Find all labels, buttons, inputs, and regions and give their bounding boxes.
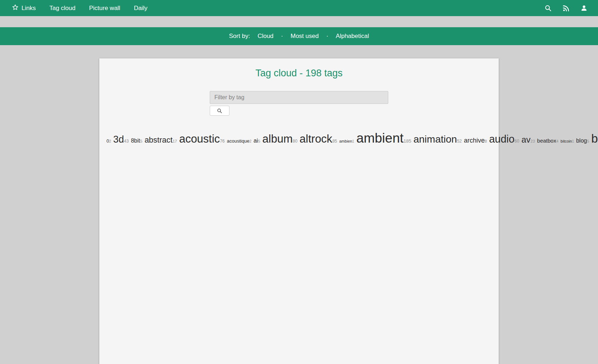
nav-item-picture-wall[interactable]: Picture wall	[82, 0, 127, 16]
tag-label: blues	[591, 132, 598, 145]
tag-label: beatbox	[537, 138, 556, 144]
tag-cloud-item[interactable]: acoustique2	[227, 138, 251, 144]
tag-cloud-item[interactable]: 8bit5	[131, 138, 142, 144]
sort-option-cloud[interactable]: Cloud	[257, 33, 273, 40]
tag-cloud-item[interactable]: ai5	[253, 138, 260, 144]
tag-label: altrock	[300, 133, 332, 145]
tag-count: 1	[572, 139, 574, 143]
nav-item-daily[interactable]: Daily	[127, 0, 154, 16]
tag-count: 185	[404, 138, 412, 144]
tag-label: bitcoin	[561, 139, 572, 143]
tag-count: 8	[485, 139, 487, 143]
tag-cloud-item[interactable]: beatbox4	[537, 138, 559, 144]
tag-label: ambient	[356, 131, 404, 145]
tag-cloud-item[interactable]: 02	[106, 138, 111, 144]
tag-count: 2	[250, 139, 252, 143]
tag-cloud-item[interactable]: album80	[262, 133, 298, 145]
tag-label: acoustic	[179, 133, 220, 145]
user-icon[interactable]	[575, 0, 593, 16]
tag-count: 85	[332, 139, 337, 144]
nav-item-links[interactable]: Links	[5, 0, 43, 16]
sort-option-most-used[interactable]: Most used	[290, 33, 318, 40]
tag-label: ai	[253, 138, 258, 144]
tag-label: 3d	[113, 134, 124, 145]
tag-cloud-item[interactable]: blues102	[591, 132, 598, 145]
separator-dot: ·	[326, 33, 328, 40]
tag-cloud-item[interactable]: ambien1	[339, 139, 354, 143]
tag-count: 4	[556, 139, 558, 143]
tag-label: av	[521, 135, 530, 144]
sort-by-label: Sort by:	[229, 33, 250, 40]
tag-label: archive	[464, 137, 485, 144]
tag-count: 2	[109, 139, 111, 143]
nav-item-label: Picture wall	[89, 5, 120, 12]
tag-label: ambien	[339, 139, 352, 143]
tag-count: 5	[587, 139, 589, 143]
tag-cloud-item[interactable]: ambient185	[356, 131, 411, 145]
tag-label: blog	[576, 138, 587, 144]
search-icon	[217, 108, 222, 114]
tag-count: 17	[172, 139, 177, 143]
nav-actions	[539, 0, 593, 16]
nav-item-label: Tag cloud	[49, 5, 76, 12]
tag-cloud-card: Tag cloud - 198 tags 023d438bit5abstract…	[99, 58, 499, 364]
separator-dot: ·	[281, 33, 283, 40]
tag-cloud-item[interactable]: animation52	[413, 134, 462, 145]
tag-count: 80	[293, 139, 297, 144]
tag-label: 8bit	[131, 138, 140, 144]
filter-form	[210, 91, 388, 116]
tag-count: 60	[514, 139, 519, 144]
tag-cloud-item[interactable]: altrock85	[300, 133, 337, 145]
tag-cloud-item[interactable]: abstract17	[144, 135, 177, 144]
tag-cloud-item[interactable]: acoustic76	[179, 133, 225, 145]
tag-count: 23	[531, 139, 535, 143]
tag-cloud-item[interactable]: blog5	[576, 138, 589, 144]
nav-item-label: Links	[22, 5, 36, 12]
tag-cloud: 023d438bit5abstract17acoustic76acoustiqu…	[106, 125, 492, 148]
tag-label: audio	[489, 133, 514, 145]
tag-count: 43	[124, 139, 129, 144]
star-icon	[12, 4, 19, 13]
tag-count: 1	[352, 139, 354, 143]
nav-item-tag-cloud[interactable]: Tag cloud	[43, 0, 82, 16]
search-icon[interactable]	[539, 0, 557, 16]
tag-count: 52	[457, 139, 462, 144]
top-navbar: Links Tag cloud Picture wall Daily	[0, 0, 598, 16]
tag-cloud-item[interactable]: 3d43	[113, 134, 129, 145]
tag-label: album	[262, 133, 293, 145]
tag-count: 76	[220, 139, 224, 144]
tag-label: acoustique	[227, 138, 250, 144]
nav-menu: Links Tag cloud Picture wall Daily	[5, 0, 154, 16]
filter-search-button[interactable]	[210, 106, 229, 116]
rss-icon[interactable]	[557, 0, 575, 16]
tag-cloud-item[interactable]: audio60	[489, 133, 519, 145]
nav-item-label: Daily	[134, 5, 147, 12]
tag-cloud-item[interactable]: archive8	[464, 137, 487, 144]
tag-count: 5	[258, 139, 260, 143]
sort-bar: Sort by: Cloud · Most used · Alphabetica…	[0, 27, 598, 45]
tag-label: animation	[413, 134, 457, 145]
tag-cloud-item[interactable]: av23	[521, 135, 535, 144]
page-title: Tag cloud - 198 tags	[106, 68, 492, 79]
tag-label: abstract	[144, 135, 172, 144]
tag-count: 5	[140, 139, 142, 143]
tag-cloud-item[interactable]: bitcoin1	[561, 139, 574, 143]
filter-input[interactable]	[210, 91, 388, 104]
sort-option-alphabetical[interactable]: Alphabetical	[336, 33, 369, 40]
